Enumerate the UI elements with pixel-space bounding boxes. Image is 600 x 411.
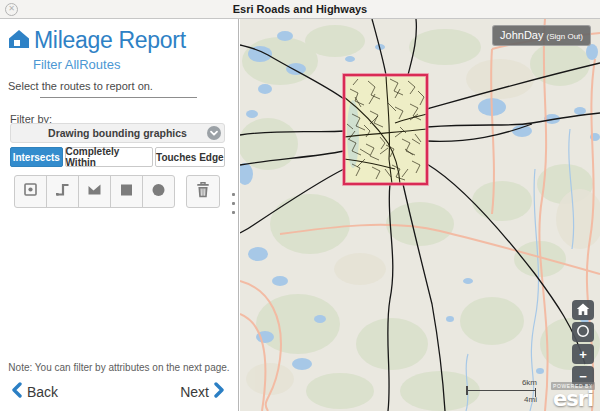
dropdown-value: Drawing bounding graphics [48, 127, 187, 139]
draw-toolbar [14, 175, 220, 208]
chevron-left-icon [11, 382, 22, 401]
draw-polygon-icon [86, 181, 103, 202]
back-button[interactable]: Back [11, 382, 58, 401]
circle-x-icon[interactable]: ✕ [5, 3, 18, 16]
draw-rectangle-icon [118, 181, 135, 202]
plus-icon: + [579, 348, 587, 361]
minus-icon: − [579, 370, 587, 383]
home-extent-button[interactable] [572, 300, 594, 320]
draw-point-icon [22, 181, 39, 202]
page-subtitle: Filter AllRoutes [33, 57, 120, 72]
user-name: JohnDay [500, 29, 543, 41]
scale-bar: 6km 4mi [466, 376, 536, 406]
panel-header: Mileage Report [7, 27, 186, 54]
back-label: Back [27, 384, 58, 400]
draw-circle-button[interactable] [142, 175, 175, 208]
window-titlebar: Esri Roads and Highways ✕ [0, 0, 600, 19]
note-text: Note: You can filter by attributes on th… [0, 362, 238, 373]
scale-tick-left [466, 386, 468, 395]
wizard-nav: Back Next [11, 382, 225, 401]
filter-method-dropdown[interactable]: Drawing bounding graphics [10, 123, 225, 143]
sign-out-label: (Sign Out) [547, 32, 583, 41]
scale-km-label: 6km [522, 378, 537, 387]
locate-button[interactable] [572, 322, 594, 342]
tab-intersects[interactable]: Intersects [10, 147, 63, 167]
draw-rectangle-button[interactable] [110, 175, 143, 208]
clear-graphics-button[interactable] [186, 175, 220, 208]
basemap [240, 19, 600, 411]
trash-icon [194, 181, 212, 203]
esri-logo: POWERED BY esri [549, 382, 597, 409]
page-title: Mileage Report [34, 27, 186, 54]
home-icon [576, 303, 590, 318]
map-canvas[interactable]: JohnDay (Sign Out) + [240, 19, 600, 411]
draw-polyline-button[interactable] [46, 175, 79, 208]
zoom-in-button[interactable]: + [572, 344, 594, 364]
selection-graphic [344, 75, 427, 184]
map-controls: + − [572, 300, 594, 386]
window-title: Esri Roads and Highways [0, 0, 600, 18]
user-sign-out-button[interactable]: JohnDay (Sign Out) [492, 25, 591, 46]
panel-collapse-handle[interactable] [232, 193, 235, 214]
app-window: Esri Roads and Highways ✕ Mileage Report… [0, 0, 600, 411]
divider-line [40, 97, 197, 98]
next-label: Next [180, 384, 209, 400]
scale-line [466, 390, 536, 391]
home-report-icon [7, 28, 31, 54]
draw-polygon-button[interactable] [78, 175, 111, 208]
draw-circle-icon [150, 181, 167, 202]
locate-icon [576, 324, 590, 340]
draw-point-button[interactable] [14, 175, 47, 208]
tab-completely-within[interactable]: Completely Within [65, 147, 153, 167]
instruction-text: Select the routes to report on. [8, 80, 153, 92]
chevron-right-icon [214, 382, 225, 401]
next-button[interactable]: Next [180, 382, 225, 401]
mileage-report-panel: Mileage Report Filter AllRoutes Select t… [0, 19, 239, 411]
draw-polyline-icon [54, 181, 71, 202]
tab-touches-edge[interactable]: Touches Edge [155, 147, 225, 167]
spatial-relation-tabs: Intersects Completely Within Touches Edg… [10, 147, 225, 167]
chevron-down-circle-icon [207, 126, 221, 140]
esri-brand-text: esri [549, 391, 597, 409]
scale-mi-label: 4mi [524, 395, 537, 404]
